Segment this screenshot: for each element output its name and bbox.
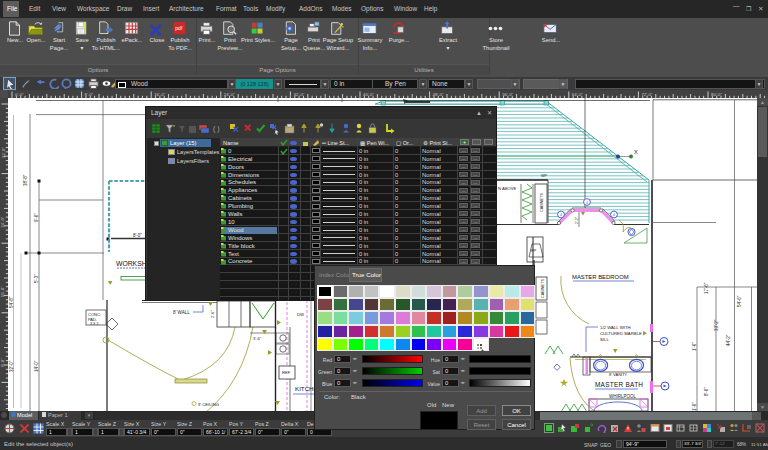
svg-text:WP: WP (541, 174, 548, 178)
svg-text:54'-8": 54'-8" (9, 296, 14, 308)
svg-text:4: 4 (560, 213, 562, 217)
svg-text:9'-6": 9'-6" (34, 213, 39, 222)
svg-text:40'-0": 40'-0" (363, 92, 374, 97)
svg-text:0'-0": 0'-0" (15, 92, 24, 97)
svg-text:5'-3": 5'-3" (34, 274, 39, 283)
svg-text:16'-0": 16'-0" (1, 286, 6, 297)
svg-text:CULTURED MARBLE: CULTURED MARBLE (600, 331, 642, 336)
svg-text:8'-0": 8'-0" (85, 92, 94, 97)
svg-text:8'-0": 8'-0" (1, 358, 6, 367)
svg-text:8' VANITY: 8' VANITY (609, 372, 628, 377)
svg-text:8' WALL: 8' WALL (173, 310, 190, 315)
svg-text:64'-0": 64'-0" (572, 92, 583, 97)
svg-text:32'-0": 32'-0" (293, 92, 304, 97)
svg-text:44'-2": 44'-2" (726, 334, 731, 346)
svg-text:9' CEILING: 9' CEILING (198, 402, 219, 407)
svg-text:8'-0": 8'-0" (133, 233, 142, 238)
svg-text:4: 4 (586, 201, 588, 205)
svg-text:DW: DW (297, 312, 304, 317)
svg-text:48'-0": 48'-0" (433, 92, 444, 97)
svg-text:54'-6": 54'-6" (737, 295, 742, 307)
svg-text:MASTER BATH: MASTER BATH (595, 381, 643, 388)
svg-text:17'-6": 17'-6" (704, 282, 709, 294)
svg-text:X: X (634, 149, 638, 155)
svg-text:( ): ( ) (213, 125, 220, 133)
svg-text:38'-8": 38'-8" (23, 174, 28, 186)
svg-text:3'-6": 3'-6" (253, 336, 262, 341)
svg-text:8'-6": 8'-6" (704, 387, 709, 396)
svg-text:2'-6": 2'-6" (211, 310, 215, 318)
svg-text:4: 4 (613, 213, 615, 217)
svg-text:72'-0": 72'-0" (641, 92, 652, 97)
svg-text:FP: FP (531, 248, 537, 253)
svg-text:3 X 5: 3 X 5 (90, 322, 98, 326)
svg-text:2'-2": 2'-2" (575, 216, 579, 224)
svg-text:1'-6": 1'-6" (692, 342, 697, 351)
svg-text:14'-0": 14'-0" (34, 360, 39, 372)
svg-text:*: * (173, 124, 175, 130)
svg-text:24'-0": 24'-0" (224, 92, 235, 97)
svg-text:1'-6": 1'-6" (692, 402, 697, 411)
svg-text:32'-0": 32'-0" (1, 147, 6, 158)
svg-text:WHIRLPOOL: WHIRLPOOL (609, 394, 637, 399)
svg-text:80'-0": 80'-0" (711, 92, 722, 97)
svg-text:1/2 WALL WITH: 1/2 WALL WITH (600, 325, 631, 330)
svg-text:56'-0": 56'-0" (502, 92, 513, 97)
svg-text:16'-0": 16'-0" (154, 92, 165, 97)
svg-text:+: + (682, 424, 685, 429)
svg-text:pdf: pdf (175, 25, 183, 31)
svg-text:MASTER BEDROOM: MASTER BEDROOM (572, 274, 629, 280)
svg-text:33'-2": 33'-2" (714, 319, 719, 331)
svg-text:REF: REF (282, 370, 291, 375)
svg-text:N ABOVE: N ABOVE (498, 186, 517, 191)
svg-text:24'-0": 24'-0" (1, 216, 6, 227)
svg-text:SILL: SILL (600, 337, 609, 342)
svg-text:CABINETS: CABINETS (540, 193, 544, 212)
svg-text:32'-0": 32'-0" (9, 360, 14, 372)
svg-text:CABINETS: CABINETS (541, 279, 545, 298)
